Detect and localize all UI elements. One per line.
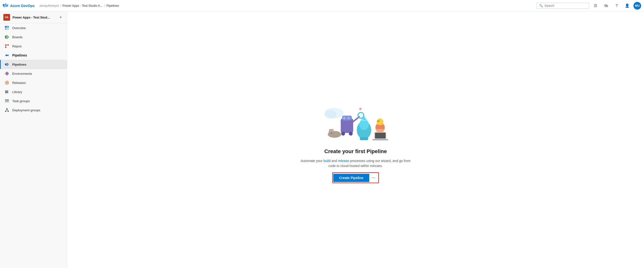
svg-rect-21 <box>7 90 8 93</box>
sidebar-item-task-groups[interactable]: Task groups <box>0 96 67 105</box>
svg-point-46 <box>329 129 331 132</box>
search-input[interactable] <box>544 4 587 8</box>
sidebar-item-pipelines[interactable]: Pipelines <box>0 60 67 69</box>
top-nav-right: 🔍 ☰ 🛍 ? 👤 MU <box>536 2 641 10</box>
breadcrumb-org: aenquihewyot <box>40 4 59 8</box>
sidebar: PA Power Apps - Test Stud... + Overview <box>0 12 67 268</box>
sidebar-item-boards[interactable]: Boards <box>0 33 67 42</box>
taskgroups-icon <box>4 98 9 103</box>
create-pipeline-button[interactable]: Create Pipeline <box>333 174 369 182</box>
svg-rect-0 <box>5 26 7 28</box>
pipelines-header-icon <box>4 53 9 58</box>
svg-line-29 <box>7 110 8 111</box>
deployment-icon <box>4 108 9 112</box>
breadcrumb: aenquihewyot / Power Apps - Test Studio … <box>40 4 534 8</box>
svg-rect-2 <box>5 28 7 30</box>
svg-rect-3 <box>7 28 9 30</box>
svg-point-9 <box>5 47 6 48</box>
svg-rect-23 <box>5 101 9 101</box>
svg-point-49 <box>341 132 345 136</box>
sidebar-item-repos[interactable]: Repos <box>0 42 67 51</box>
svg-line-41 <box>353 117 359 122</box>
top-nav: Azure DevOps aenquihewyot / Power Apps -… <box>0 0 644 12</box>
library-icon <box>4 89 9 94</box>
svg-rect-1 <box>7 26 9 28</box>
svg-point-34 <box>359 119 369 130</box>
svg-point-17 <box>6 73 8 74</box>
azure-devops-logo <box>3 3 8 9</box>
add-project-button[interactable]: + <box>58 15 64 20</box>
layout: PA Power Apps - Test Stud... + Overview <box>0 12 644 268</box>
svg-point-47 <box>331 129 334 132</box>
sidebar-item-pipelines-header[interactable]: Pipelines <box>0 51 67 60</box>
breadcrumb-sep2: / <box>104 4 105 8</box>
svg-rect-22 <box>5 99 9 100</box>
sidebar-item-environments-label: Environments <box>12 72 32 75</box>
svg-rect-56 <box>375 133 386 139</box>
bag-icon-button[interactable]: 🛍 <box>602 2 610 10</box>
pipelines-sub-icon <box>4 62 9 67</box>
sidebar-item-overview[interactable]: Overview <box>0 23 67 33</box>
releases-icon <box>4 80 9 85</box>
svg-point-32 <box>359 108 362 110</box>
search-icon: 🔍 <box>539 4 543 8</box>
sidebar-item-repos-label: Repos <box>12 45 22 48</box>
sidebar-item-deployment-groups[interactable]: Deployment groups <box>0 105 67 115</box>
brand: Azure DevOps <box>3 3 35 9</box>
svg-point-27 <box>8 111 9 112</box>
svg-rect-20 <box>6 90 7 93</box>
sidebar-item-library[interactable]: Library <box>0 87 67 96</box>
sidebar-item-pipelines-label: Pipelines <box>12 63 26 66</box>
svg-rect-12 <box>5 63 6 65</box>
sidebar-item-deployment-groups-label: Deployment groups <box>12 108 40 112</box>
create-pipeline-button-group: Create Pipeline ⋯ <box>332 172 379 183</box>
breadcrumb-current: Pipelines <box>106 4 119 8</box>
empty-state-description: Automate your build and release processe… <box>301 158 410 169</box>
breadcrumb-project[interactable]: Power Apps - Test Studio A... <box>62 4 102 8</box>
project-name: Power Apps - Test Stud... <box>12 16 56 19</box>
help-icon-button[interactable]: ? <box>612 2 621 10</box>
brand-name: Azure DevOps <box>10 4 35 8</box>
empty-state: Create your first Pipeline Automate your… <box>296 87 415 193</box>
svg-rect-19 <box>5 90 6 93</box>
svg-point-31 <box>324 110 336 119</box>
list-icon-button[interactable]: ☰ <box>591 2 600 10</box>
project-avatar: PA <box>3 14 10 21</box>
empty-state-title: Create your first Pipeline <box>324 148 387 155</box>
release-link[interactable]: release <box>338 159 349 163</box>
build-link[interactable]: build <box>324 159 331 163</box>
svg-point-50 <box>349 132 353 136</box>
svg-rect-13 <box>7 63 8 66</box>
sidebar-item-releases[interactable]: Releases <box>0 78 67 87</box>
more-options-button[interactable]: ⋯ <box>369 173 378 182</box>
svg-rect-24 <box>5 102 9 102</box>
environments-icon <box>4 71 9 76</box>
svg-rect-14 <box>8 64 9 65</box>
search-box[interactable]: 🔍 <box>536 3 589 9</box>
sidebar-pipelines-header-label: Pipelines <box>12 53 27 57</box>
avatar-button[interactable]: MU <box>634 2 641 10</box>
sidebar-item-overview-label: Overview <box>12 26 26 30</box>
sidebar-item-boards-label: Boards <box>12 35 22 39</box>
hero-illustration <box>317 96 394 145</box>
svg-rect-54 <box>377 120 380 122</box>
main-content: Create your first Pipeline Automate your… <box>67 12 644 268</box>
sidebar-item-library-label: Library <box>12 90 22 94</box>
repos-icon <box>4 44 9 49</box>
svg-point-25 <box>6 108 8 110</box>
breadcrumb-sep1: / <box>60 4 61 8</box>
svg-line-28 <box>6 110 7 111</box>
user-icon-button[interactable]: 👤 <box>623 2 632 10</box>
svg-rect-4 <box>5 36 6 39</box>
svg-point-40 <box>348 117 350 119</box>
sidebar-item-releases-label: Releases <box>12 81 26 85</box>
svg-rect-6 <box>8 36 9 38</box>
sidebar-item-environments[interactable]: Environments <box>0 69 67 78</box>
project-header: PA Power Apps - Test Stud... + <box>0 12 67 23</box>
svg-rect-37 <box>341 118 353 133</box>
svg-rect-52 <box>376 125 384 129</box>
svg-rect-5 <box>6 35 8 39</box>
svg-rect-57 <box>372 139 388 140</box>
overview-icon <box>4 26 9 30</box>
boards-icon <box>4 35 9 39</box>
